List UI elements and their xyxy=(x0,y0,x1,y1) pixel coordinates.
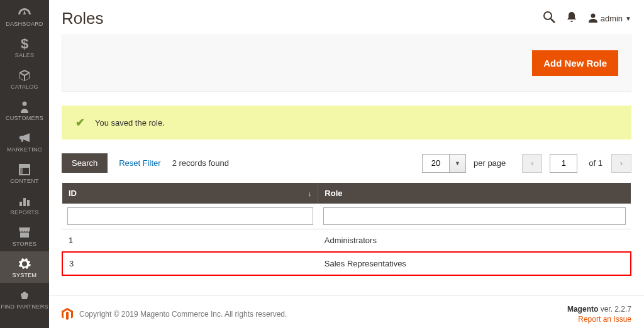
reset-filter-link[interactable]: Reset Filter xyxy=(119,158,160,168)
svg-rect-4 xyxy=(19,202,22,206)
avatar-icon xyxy=(588,13,598,25)
cell-id: 3 xyxy=(62,252,318,275)
sidebar-item-marketing[interactable]: MARKETING xyxy=(0,126,49,157)
dollar-icon: $ xyxy=(21,37,28,51)
sidebar-label: SYSTEM xyxy=(13,272,37,278)
column-header-role[interactable]: Role xyxy=(318,183,631,204)
check-icon: ✔ xyxy=(75,116,85,129)
svg-rect-5 xyxy=(23,198,26,206)
search-button[interactable]: Search xyxy=(62,153,108,173)
main-content: Roles admin ▼ Add New Role ✔ You saved t… xyxy=(49,0,644,328)
bars-icon xyxy=(19,194,30,208)
sidebar-label: SALES xyxy=(15,52,35,58)
magento-logo-icon xyxy=(62,308,73,320)
sidebar-label: MARKETING xyxy=(7,146,42,153)
filter-right: ▼ per page ‹ of 1 › xyxy=(422,154,631,173)
caret-down-icon: ▼ xyxy=(625,15,631,22)
partners-icon xyxy=(18,288,31,302)
per-page-label: per page xyxy=(474,158,506,168)
table-row[interactable]: 3 Sales Representatives xyxy=(62,252,631,275)
copyright-text: Copyright © 2019 Magento Commerce Inc. A… xyxy=(79,310,287,319)
cell-role: Administrators xyxy=(318,229,631,253)
records-count: 2 records found xyxy=(172,158,229,168)
table-row[interactable]: 1 Administrators xyxy=(62,229,631,253)
svg-rect-6 xyxy=(27,200,30,206)
prev-page-button[interactable]: ‹ xyxy=(522,154,542,173)
svg-point-7 xyxy=(544,12,552,19)
success-message: ✔ You saved the role. xyxy=(62,106,631,139)
sidebar-label: CATALOG xyxy=(11,84,38,90)
sidebar-item-reports[interactable]: REPORTS xyxy=(0,189,49,220)
cell-role: Sales Representatives xyxy=(318,252,631,275)
footer-left: Copyright © 2019 Magento Commerce Inc. A… xyxy=(62,308,287,320)
footer: Copyright © 2019 Magento Commerce Inc. A… xyxy=(49,295,644,328)
sort-arrow-icon: ↓ xyxy=(308,190,312,197)
sidebar-label: STORES xyxy=(13,241,37,247)
filter-id-input[interactable] xyxy=(67,207,313,225)
dashboard-icon xyxy=(18,6,31,19)
sidebar-item-customers[interactable]: CUSTOMERS xyxy=(0,94,49,126)
sidebar-item-partners[interactable]: FIND PARTNERS xyxy=(0,283,49,314)
sidebar-label: CUSTOMERS xyxy=(6,115,43,121)
action-bar: Add New Role xyxy=(62,35,631,92)
footer-right: Magento ver. 2.2.7 Report an Issue xyxy=(567,305,631,324)
filter-row: Search Reset Filter 2 records found ▼ pe… xyxy=(62,153,631,173)
megaphone-icon xyxy=(18,131,31,145)
top-actions: admin ▼ xyxy=(543,11,631,26)
product-name: Magento xyxy=(567,305,598,314)
next-page-button[interactable]: › xyxy=(611,154,631,173)
search-icon[interactable] xyxy=(543,11,555,26)
svg-point-0 xyxy=(23,102,27,106)
svg-rect-3 xyxy=(19,168,23,175)
page-current-input[interactable] xyxy=(550,154,577,173)
svg-point-9 xyxy=(591,13,595,18)
storefront-icon xyxy=(18,226,31,239)
sidebar: DASHBOARD $ SALES CATALOG CUSTOMERS MARK… xyxy=(0,0,49,328)
roles-grid: ID ↓ Role 1 Administrators xyxy=(62,183,631,276)
per-page-dropdown-button[interactable]: ▼ xyxy=(450,154,466,173)
svg-line-8 xyxy=(551,19,555,23)
page-of-label: of 1 xyxy=(589,158,602,168)
sidebar-item-catalog[interactable]: CATALOG xyxy=(0,63,49,94)
filter-role-input[interactable] xyxy=(323,207,626,225)
user-name: admin xyxy=(601,14,623,23)
sidebar-item-system[interactable]: SYSTEM xyxy=(0,251,49,283)
column-header-id[interactable]: ID ↓ xyxy=(62,183,318,204)
per-page-select[interactable]: ▼ xyxy=(422,154,466,173)
cube-icon xyxy=(18,68,31,82)
page-title: Roles xyxy=(62,9,103,28)
sidebar-item-dashboard[interactable]: DASHBOARD xyxy=(0,0,49,31)
sidebar-label: FIND PARTNERS xyxy=(1,303,48,310)
sidebar-item-sales[interactable]: $ SALES xyxy=(0,31,49,63)
report-issue-link[interactable]: Report an Issue xyxy=(567,315,631,324)
topbar: Roles admin ▼ xyxy=(62,0,631,35)
gear-icon xyxy=(18,257,31,271)
sidebar-item-stores[interactable]: STORES xyxy=(0,220,49,251)
version-text: ver. 2.2.7 xyxy=(598,305,631,314)
sidebar-label: REPORTS xyxy=(10,209,38,216)
person-icon xyxy=(20,100,29,114)
bell-icon[interactable] xyxy=(567,11,577,26)
success-text: You saved the role. xyxy=(95,118,165,128)
sidebar-label: CONTENT xyxy=(10,178,39,184)
sidebar-label: DASHBOARD xyxy=(6,21,43,27)
add-new-role-button[interactable]: Add New Role xyxy=(532,50,618,76)
per-page-value[interactable] xyxy=(422,154,450,173)
user-menu[interactable]: admin ▼ xyxy=(588,13,631,25)
svg-rect-2 xyxy=(19,165,30,168)
layout-icon xyxy=(19,163,30,177)
sidebar-item-content[interactable]: CONTENT xyxy=(0,157,49,189)
filter-left: Search Reset Filter 2 records found xyxy=(62,153,229,173)
cell-id: 1 xyxy=(62,229,318,253)
